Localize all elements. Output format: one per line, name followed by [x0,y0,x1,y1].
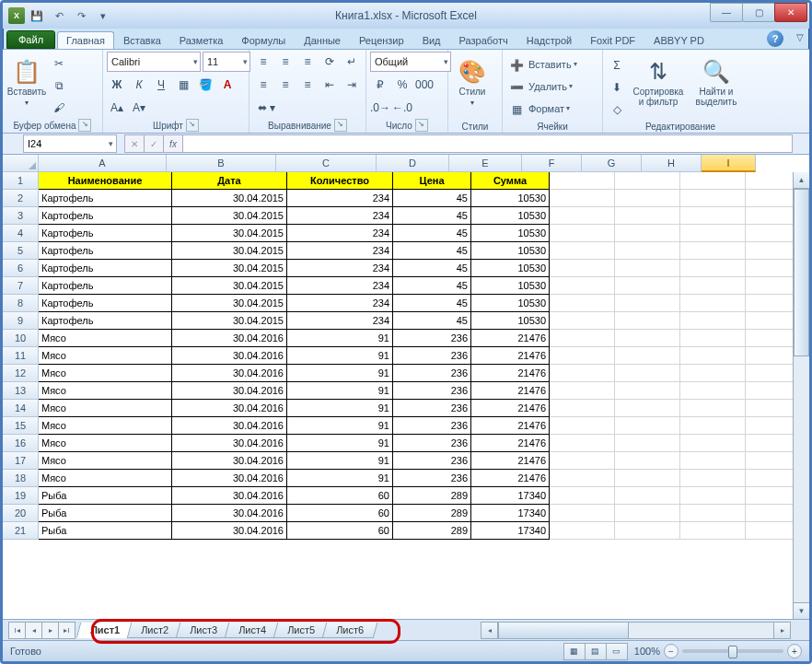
cell-G7[interactable] [615,277,680,295]
zoom-out-button[interactable]: − [664,644,679,658]
file-tab[interactable]: Файл [6,30,55,49]
cell-E7[interactable]: 10530 [471,277,550,295]
cell-B11[interactable]: 30.04.2016 [172,347,287,365]
cell-H19[interactable] [680,487,746,505]
font-color-button[interactable]: А [217,75,238,95]
row-header-18[interactable]: 18 [3,470,39,487]
scroll-right-button[interactable]: ▸ [773,623,790,638]
column-header-B[interactable]: B [167,155,276,172]
cell-B7[interactable]: 30.04.2015 [172,277,287,295]
fill-color-button[interactable]: 🪣 [195,75,215,95]
cell-C19[interactable]: 60 [287,487,393,505]
cell-B9[interactable]: 30.04.2015 [172,312,287,330]
zoom-level[interactable]: 100% [634,646,660,657]
ribbon-tab-разработч[interactable]: Разработч [450,31,517,49]
qat-save-button[interactable]: 💾 [27,6,47,26]
cell-F16[interactable] [550,435,615,452]
number-format-combo[interactable]: Общий [370,52,451,72]
cell-E9[interactable]: 10530 [471,312,550,330]
sheet-nav-last[interactable]: ▸I [58,622,75,639]
underline-button[interactable]: Ч [151,75,171,95]
copy-button[interactable]: ⧉ [49,76,69,96]
orientation-button[interactable]: ⟳ [319,52,340,72]
autosum-button[interactable]: Σ [607,55,627,76]
cell-E8[interactable]: 10530 [471,295,550,312]
cell-B15[interactable]: 30.04.2016 [172,417,287,435]
cell-D10[interactable]: 236 [393,330,471,347]
cell-H6[interactable] [680,260,746,277]
minimize-button[interactable]: — [710,3,743,22]
cell-B17[interactable]: 30.04.2016 [172,452,287,470]
cell-G11[interactable] [615,347,680,365]
row-header-3[interactable]: 3 [3,207,39,225]
cell-F21[interactable] [550,522,615,540]
find-select-button[interactable]: 🔍Найти и выделить [690,52,743,114]
paste-button[interactable]: 📋Вставить▾ [6,52,47,114]
alignment-dialog-launcher[interactable]: ↘ [334,119,347,132]
cell-C16[interactable]: 91 [287,435,393,452]
row-header-16[interactable]: 16 [3,435,39,452]
qat-customize-button[interactable]: ▾ [93,6,113,26]
cell-G4[interactable] [615,225,680,242]
row-header-4[interactable]: 4 [3,225,39,242]
ribbon-toggle-button[interactable]: ▽ [796,32,804,42]
styles-button[interactable]: 🎨Стили▾ [452,52,493,114]
hscroll-thumb[interactable] [498,622,629,639]
cell-G6[interactable] [615,260,680,277]
cell-D1[interactable]: Цена [393,172,471,190]
cell-A13[interactable]: Мясо [39,382,172,400]
comma-button[interactable]: 000 [414,75,435,95]
font-name-combo[interactable]: Calibri [107,52,201,72]
cell-E4[interactable]: 10530 [471,225,550,242]
cell-G10[interactable] [615,330,680,347]
cell-A5[interactable]: Картофель [39,242,172,260]
page-layout-view-button[interactable]: ▤ [585,643,607,660]
qat-redo-button[interactable]: ↷ [71,6,91,26]
cell-F17[interactable] [550,452,615,470]
cell-D6[interactable]: 45 [393,260,471,277]
cell-A11[interactable]: Мясо [39,347,172,365]
cell-E18[interactable]: 21476 [471,470,550,487]
ribbon-tab-вставка[interactable]: Вставка [114,31,170,49]
cell-C10[interactable]: 91 [287,330,393,347]
cell-E5[interactable]: 10530 [471,242,550,260]
cell-B20[interactable]: 30.04.2016 [172,505,287,522]
insert-button[interactable]: ➕Вставить▾ [506,55,577,76]
cell-B21[interactable]: 30.04.2016 [172,522,287,540]
scroll-down-button[interactable]: ▼ [794,602,809,619]
cell-C7[interactable]: 234 [287,277,393,295]
row-header-8[interactable]: 8 [3,295,39,312]
row-header-13[interactable]: 13 [3,382,39,400]
cell-D16[interactable]: 236 [393,435,471,452]
cell-H8[interactable] [680,295,746,312]
cell-D17[interactable]: 236 [393,452,471,470]
cell-H13[interactable] [680,382,746,400]
cell-D20[interactable]: 289 [393,505,471,522]
align-center-button[interactable]: ≡ [275,75,296,95]
cell-G15[interactable] [615,417,680,435]
normal-view-button[interactable]: ▦ [563,643,586,660]
cell-E14[interactable]: 21476 [471,400,550,417]
ribbon-tab-вид[interactable]: Вид [413,31,450,49]
column-header-F[interactable]: F [522,155,582,172]
shrink-font-button[interactable]: A▾ [129,98,149,118]
sheet-nav-first[interactable]: I◂ [8,622,26,639]
cell-G1[interactable] [615,172,680,190]
cell-A12[interactable]: Мясо [39,365,172,382]
sheet-tab-лист6[interactable]: Лист6 [322,623,378,638]
cell-C11[interactable]: 91 [287,347,393,365]
clipboard-dialog-launcher[interactable]: ↘ [78,119,91,132]
align-right-button[interactable]: ≡ [297,75,318,95]
cell-C17[interactable]: 91 [287,452,393,470]
cell-F2[interactable] [550,190,615,207]
cell-E12[interactable]: 21476 [471,365,550,382]
cell-E2[interactable]: 10530 [471,190,550,207]
cell-F18[interactable] [550,470,615,487]
cell-D5[interactable]: 45 [393,242,471,260]
cell-C6[interactable]: 234 [287,260,393,277]
row-header-2[interactable]: 2 [3,190,39,207]
cell-A6[interactable]: Картофель [39,260,172,277]
cell-D19[interactable]: 289 [393,487,471,505]
cell-H1[interactable] [680,172,746,190]
close-button[interactable]: ✕ [774,3,807,22]
